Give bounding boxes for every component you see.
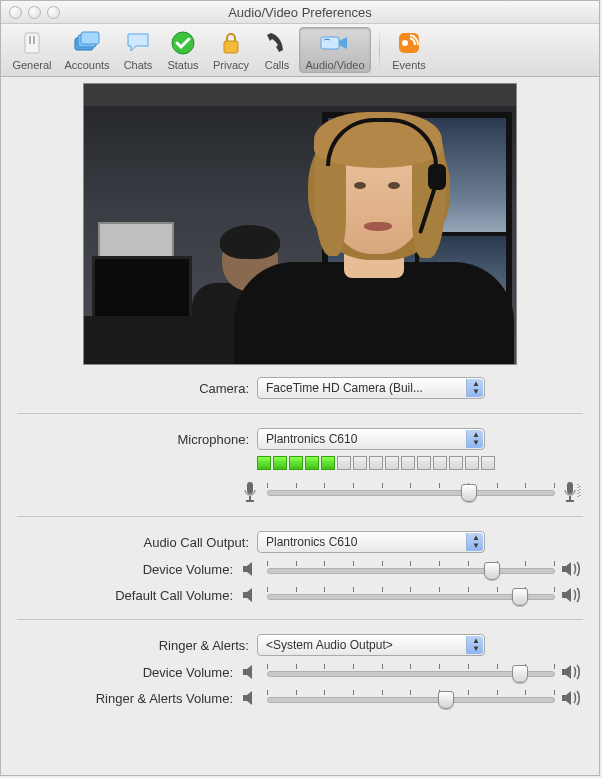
tab-label: Audio/Video [305, 59, 364, 71]
audio-output-label: Audio Call Output: [17, 535, 257, 550]
default-call-volume-label: Default Call Volume: [17, 588, 239, 603]
svg-rect-11 [247, 482, 253, 494]
toolbar-separator [379, 30, 380, 70]
audio-video-icon [319, 29, 351, 57]
chats-icon [124, 29, 152, 57]
svg-rect-15 [569, 496, 571, 500]
ringer-device-volume-row: Device Volume: [17, 662, 583, 682]
svg-rect-5 [81, 32, 99, 44]
microphone-gain-row [17, 480, 583, 502]
ringer-select[interactable]: <System Audio Output> ▲▼ [257, 634, 485, 656]
calls-icon [265, 29, 289, 57]
status-icon [170, 29, 196, 57]
content: Camera: FaceTime HD Camera (Buil... ▲▼ M… [1, 77, 599, 775]
separator [17, 413, 583, 414]
separator [17, 516, 583, 517]
camera-preview [83, 83, 517, 365]
tab-calls[interactable]: Calls [257, 26, 297, 74]
speaker-high-icon [561, 689, 583, 707]
microphone-gain-slider[interactable] [267, 481, 555, 501]
audio-output-select-value: Plantronics C610 [266, 535, 357, 549]
svg-rect-8 [321, 37, 339, 49]
svg-rect-7 [224, 41, 238, 53]
tab-label: Accounts [64, 59, 109, 71]
tab-label: Chats [124, 59, 153, 71]
speaker-high-icon [561, 560, 583, 578]
preferences-window: Audio/Video Preferences General Accounts… [0, 0, 600, 776]
traffic-lights [1, 6, 60, 19]
speaker-low-icon [239, 689, 261, 707]
camera-row: Camera: FaceTime HD Camera (Buil... ▲▼ [17, 377, 583, 399]
speaker-high-icon [561, 586, 583, 604]
separator [17, 619, 583, 620]
toolbar: General Accounts Chats Status Privacy [1, 24, 599, 77]
default-call-volume-slider[interactable] [267, 585, 555, 605]
speaker-low-icon [239, 560, 261, 578]
audio-output-row: Audio Call Output: Plantronics C610 ▲▼ [17, 531, 583, 553]
speaker-low-icon [239, 586, 261, 604]
ringer-alerts-volume-slider[interactable] [267, 688, 555, 708]
ringer-alerts-volume-row: Ringer & Alerts Volume: [17, 688, 583, 708]
mic-low-icon [239, 480, 261, 502]
tab-privacy[interactable]: Privacy [207, 26, 255, 74]
svg-rect-16 [566, 500, 574, 502]
svg-rect-12 [249, 496, 251, 500]
minimize-button[interactable] [28, 6, 41, 19]
microphone-label: Microphone: [17, 432, 257, 447]
ringer-row: Ringer & Alerts: <System Audio Output> ▲… [17, 634, 583, 656]
microphone-level-meter [257, 456, 583, 470]
microphone-select[interactable]: Plantronics C610 ▲▼ [257, 428, 485, 450]
output-device-volume-label: Device Volume: [17, 562, 239, 577]
microphone-row: Microphone: Plantronics C610 ▲▼ [17, 428, 583, 450]
output-device-volume-row: Device Volume: [17, 559, 583, 579]
ringer-device-volume-label: Device Volume: [17, 665, 239, 680]
mic-high-icon [561, 480, 583, 502]
accounts-icon [72, 29, 102, 57]
speaker-high-icon [561, 663, 583, 681]
ringer-select-value: <System Audio Output> [266, 638, 393, 652]
camera-select[interactable]: FaceTime HD Camera (Buil... ▲▼ [257, 377, 485, 399]
tab-status[interactable]: Status [161, 26, 205, 74]
tab-accounts[interactable]: Accounts [59, 26, 115, 74]
tab-label: Calls [265, 59, 289, 71]
general-icon [19, 29, 45, 57]
close-button[interactable] [9, 6, 22, 19]
titlebar: Audio/Video Preferences [1, 1, 599, 24]
svg-rect-1 [29, 36, 31, 44]
events-icon [396, 29, 422, 57]
output-device-volume-slider[interactable] [267, 559, 555, 579]
camera-label: Camera: [17, 381, 257, 396]
tab-general[interactable]: General [7, 26, 57, 74]
tab-events[interactable]: Events [386, 26, 432, 74]
tab-chats[interactable]: Chats [117, 26, 159, 74]
camera-select-value: FaceTime HD Camera (Buil... [266, 381, 423, 395]
svg-point-10 [402, 40, 408, 46]
svg-rect-2 [33, 36, 35, 44]
tab-label: General [12, 59, 51, 71]
tab-label: Privacy [213, 59, 249, 71]
ringer-device-volume-slider[interactable] [267, 662, 555, 682]
ringer-alerts-volume-label: Ringer & Alerts Volume: [17, 691, 239, 706]
tab-label: Events [392, 59, 426, 71]
privacy-icon [219, 29, 243, 57]
speaker-low-icon [239, 663, 261, 681]
audio-output-select[interactable]: Plantronics C610 ▲▼ [257, 531, 485, 553]
ringer-label: Ringer & Alerts: [17, 638, 257, 653]
svg-rect-13 [246, 500, 254, 502]
tab-audio-video[interactable]: Audio/Video [299, 27, 371, 73]
svg-rect-0 [25, 33, 39, 53]
microphone-select-value: Plantronics C610 [266, 432, 357, 446]
svg-rect-14 [567, 482, 573, 494]
default-call-volume-row: Default Call Volume: [17, 585, 583, 605]
zoom-button[interactable] [47, 6, 60, 19]
window-title: Audio/Video Preferences [1, 5, 599, 20]
tab-label: Status [167, 59, 198, 71]
